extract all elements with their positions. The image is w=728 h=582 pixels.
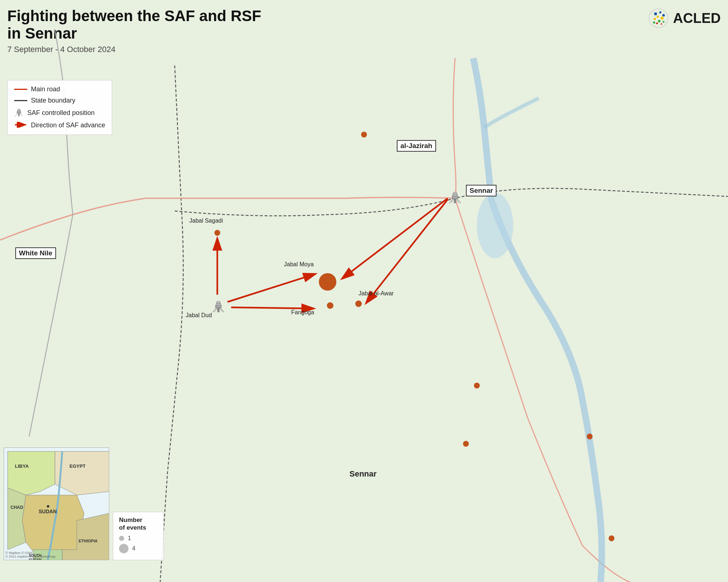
event-dot-moya [319, 273, 336, 291]
svg-rect-17 [217, 302, 220, 303]
svg-text:EGYPT: EGYPT [70, 463, 86, 469]
region-label-al-jazirah: al-Jazirah [397, 140, 436, 152]
tower-icon-dud [213, 300, 224, 315]
page-title: Fighting between the SAF and RSF in Senn… [7, 7, 261, 43]
inset-map: LIBYA EGYPT CHAD SUDAN SOUTH SUDAN ETHIO… [4, 447, 109, 560]
page-header: Fighting between the SAF and RSF in Senn… [7, 7, 261, 54]
svg-point-30 [663, 21, 665, 23]
svg-rect-37 [18, 109, 20, 110]
event-dot-east2 [463, 441, 469, 447]
place-label-jabal-sagadi: Jabal Sagadi [189, 218, 223, 224]
date-range: 7 September - 4 October 2024 [7, 45, 261, 54]
svg-text:ETHIOPIA: ETHIOPIA [79, 539, 98, 543]
svg-point-26 [657, 16, 659, 18]
legend-symbol-saf-position [14, 108, 24, 117]
svg-rect-48 [47, 505, 49, 507]
event-dot-awar [355, 300, 362, 307]
acled-logo: ACLED [648, 7, 721, 29]
event-dot-sagadi [214, 230, 220, 236]
legend-symbol-state-boundary [14, 100, 27, 101]
legend-item-saf-position: SAF controlled position [14, 108, 105, 117]
place-label-jabal-moya: Jabal Moya [284, 261, 314, 268]
event-dot-east4 [609, 535, 614, 541]
events-legend-label-4: 4 [132, 545, 135, 552]
legend-symbol-main-road [14, 89, 27, 90]
acled-globe-icon [648, 7, 669, 29]
region-label-sennar: Sennar [466, 185, 496, 196]
svg-line-4 [368, 199, 448, 301]
svg-point-24 [659, 11, 661, 13]
svg-line-38 [15, 113, 18, 116]
svg-point-29 [658, 20, 661, 23]
svg-point-22 [649, 9, 668, 28]
svg-line-3 [344, 198, 448, 277]
event-dot-east3 [587, 434, 593, 439]
map-legend: Main road State boundary SAF controlled … [7, 80, 112, 135]
events-legend-item-4: 4 [119, 544, 158, 553]
events-legend-dot-1 [119, 536, 124, 541]
event-dot-fangoga [327, 302, 333, 309]
svg-point-31 [653, 21, 655, 24]
events-legend-dot-4 [119, 544, 128, 553]
svg-point-33 [661, 23, 662, 25]
svg-rect-9 [454, 192, 456, 194]
legend-label-saf-position: SAF controlled position [27, 109, 95, 117]
place-label-fangoga: Fangoga [291, 309, 314, 316]
region-label-white-nile: White Nile [15, 247, 56, 259]
legend-label-state-boundary: State boundary [31, 97, 75, 104]
svg-point-23 [654, 12, 657, 15]
events-legend-item-1: 1 [119, 535, 158, 542]
events-legend-title: Numberof events [119, 517, 158, 531]
event-dot-east1 [474, 383, 480, 388]
event-dot-north [361, 132, 367, 137]
svg-line-1 [228, 275, 313, 302]
svg-point-32 [656, 23, 658, 24]
events-legend-label-1: 1 [128, 535, 131, 542]
svg-point-0 [477, 193, 513, 258]
legend-label-main-road: Main road [31, 85, 60, 93]
svg-text:CHAD: CHAD [11, 505, 23, 510]
tower-icon-sennar [449, 191, 461, 206]
place-label-jabal-al-awar: Jabal al-Awar [359, 290, 394, 297]
legend-item-state-boundary: State boundary [14, 97, 105, 104]
region-label-sennar-main: Sennar [349, 469, 377, 479]
svg-point-27 [661, 17, 664, 20]
legend-label-saf-advance: Direction of SAF advance [31, 121, 105, 129]
legend-item-main-road: Main road [14, 85, 105, 93]
events-legend: Numberof events 1 4 [113, 512, 164, 560]
inset-copyright: © Mapbox © OSM© 2021 mapbox © Openstreet… [5, 551, 55, 558]
acled-logo-text: ACLED [673, 11, 721, 26]
svg-text:SUDAN: SUDAN [39, 509, 57, 514]
legend-symbol-saf-advance [14, 121, 27, 129]
svg-point-25 [662, 14, 665, 17]
place-label-jabal-dud: Jabal Dud [186, 312, 212, 319]
legend-item-saf-advance: Direction of SAF advance [14, 121, 105, 129]
svg-text:LIBYA: LIBYA [15, 463, 29, 469]
svg-line-2 [231, 307, 311, 308]
svg-point-28 [654, 18, 656, 20]
svg-line-39 [20, 113, 23, 116]
inset-map-svg: LIBYA EGYPT CHAD SUDAN SOUTH SUDAN ETHIO… [4, 448, 109, 560]
